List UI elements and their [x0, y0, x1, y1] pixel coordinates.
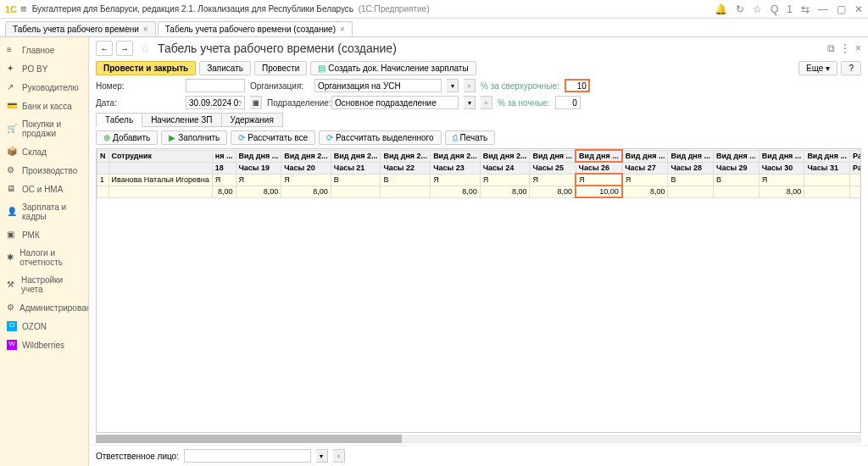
cell[interactable]: Я — [622, 174, 668, 186]
col-header[interactable]: Вид дня 2... — [480, 150, 530, 162]
cell[interactable]: В — [668, 174, 714, 186]
save-close-button[interactable]: Провести и закрыть — [96, 61, 196, 75]
history-icon[interactable]: ↻ — [736, 3, 744, 15]
subtab-accrual[interactable]: Начисление ЗП — [142, 113, 221, 127]
create-doc-button[interactable]: ▤Создать док. Начисление зарплаты — [310, 61, 476, 75]
sidebar-item-assets[interactable]: 🖥ОС и НМА — [0, 180, 88, 198]
col-header[interactable]: Вид дня 2... — [431, 150, 481, 162]
sidebar-item-roby[interactable]: ✦РО BY — [0, 59, 88, 78]
tab-close-icon[interactable]: × — [340, 25, 345, 34]
cell[interactable]: В — [331, 174, 381, 186]
user-icon[interactable]: 1 — [787, 3, 793, 15]
resp-dropdown-icon[interactable]: ▾ — [316, 449, 328, 463]
forward-button[interactable]: → — [116, 41, 133, 56]
more-button[interactable]: Еще ▾ — [798, 61, 837, 75]
post-button[interactable]: Провести — [254, 61, 307, 75]
col-subheader[interactable]: Часы 19 — [236, 162, 281, 174]
org-input[interactable] — [314, 79, 442, 92]
cell[interactable]: 8,00 — [622, 186, 668, 197]
cell[interactable]: В — [714, 174, 760, 186]
col-subheader[interactable]: Часы 20 — [281, 162, 331, 174]
col-subheader[interactable]: Рабочих часов — [850, 162, 861, 174]
cell[interactable]: Я — [212, 174, 236, 186]
subtab-table[interactable]: Табель — [96, 113, 142, 127]
calendar-icon[interactable]: ▦ — [250, 96, 262, 109]
col-header[interactable]: Вид дня 2... — [281, 150, 331, 162]
sidebar-item-wb[interactable]: WWildberries — [0, 336, 88, 354]
col-header[interactable]: Вид дня ... — [759, 150, 804, 162]
cell[interactable]: Я — [281, 174, 331, 186]
number-input[interactable] — [186, 79, 245, 92]
bell-icon[interactable]: 🔔 — [715, 3, 727, 15]
cell[interactable]: Иванова Наталья Игоревна — [108, 174, 212, 186]
col-subheader[interactable] — [108, 162, 212, 174]
cell[interactable]: 1 — [97, 174, 109, 186]
col-subheader[interactable]: Часы 31 — [804, 162, 850, 174]
cell[interactable]: 8,00 — [530, 186, 576, 197]
sidebar-item-rmk[interactable]: ▣РМК — [0, 225, 88, 244]
link-icon[interactable]: ⧉ — [827, 42, 835, 54]
cell[interactable]: Я — [576, 174, 622, 186]
cell[interactable]: 8,00 — [431, 186, 481, 197]
col-header[interactable]: Вид дня ... — [576, 150, 622, 162]
tab-1[interactable]: Табель учета рабочего времени (создание)… — [158, 21, 353, 36]
col-header[interactable]: Вид дня ... — [236, 150, 281, 162]
col-header[interactable]: ня ... — [212, 150, 236, 162]
sidebar-item-tax[interactable]: ✱Налоги и отчетность — [0, 244, 88, 271]
col-header[interactable]: Вид дня 2... — [381, 150, 431, 162]
cell[interactable]: Я — [759, 174, 804, 186]
col-header[interactable]: Вид дня ... — [530, 150, 576, 162]
sidebar-item-main[interactable]: ≡Главное — [0, 41, 88, 59]
responsible-input[interactable] — [184, 449, 311, 463]
sidebar-item-ozon[interactable]: OOZON — [0, 317, 88, 336]
pct-night-input[interactable] — [555, 96, 581, 109]
col-header[interactable]: Вид дня ... — [622, 150, 668, 162]
print-button[interactable]: ⎙Печать — [445, 130, 496, 145]
col-header[interactable]: Рабочих дней — [850, 150, 861, 162]
back-button[interactable]: ← — [96, 41, 113, 56]
cell[interactable] — [381, 186, 431, 197]
cell[interactable] — [804, 186, 850, 197]
col-subheader[interactable]: Часы 23 — [431, 162, 481, 174]
cell[interactable] — [668, 186, 714, 197]
cell[interactable]: Я — [480, 174, 530, 186]
add-button[interactable]: ⊕Добавить — [96, 130, 158, 145]
org-open-icon[interactable]: ▫ — [464, 79, 476, 92]
col-subheader[interactable]: Часы 30 — [759, 162, 804, 174]
col-header[interactable]: Вид дня 2... — [331, 150, 381, 162]
sidebar-item-sales[interactable]: 🛒Покупки и продажи — [0, 115, 88, 142]
cell[interactable]: 21,00 — [850, 174, 861, 186]
calc-all-button[interactable]: ⟳Рассчитать все — [231, 130, 315, 145]
col-header[interactable]: Вид дня ... — [668, 150, 714, 162]
cell[interactable] — [108, 186, 212, 197]
sidebar-item-production[interactable]: ⚙Производство — [0, 161, 88, 180]
col-subheader[interactable]: Часы 29 — [714, 162, 760, 174]
minimize-icon[interactable]: — — [818, 3, 828, 15]
fill-button[interactable]: ▶Заполнить — [161, 130, 227, 145]
help-button[interactable]: ? — [841, 61, 861, 75]
col-header[interactable]: N — [97, 150, 109, 162]
sidebar-item-settings[interactable]: ⚒Настройки учета — [0, 271, 88, 298]
col-subheader[interactable]: Часы 26 — [576, 162, 622, 174]
close-icon[interactable]: ✕ — [854, 3, 863, 15]
col-subheader[interactable]: 18 — [212, 162, 236, 174]
calc-sel-button[interactable]: ⟳Рассчитать выделенного — [319, 130, 442, 145]
col-header[interactable]: Вид дня ... — [714, 150, 760, 162]
dep-dropdown-icon[interactable]: ▾ — [464, 96, 476, 109]
col-header[interactable]: Вид дня ... — [804, 150, 850, 162]
col-subheader[interactable]: Часы 22 — [381, 162, 431, 174]
menu-icon[interactable]: ≡ — [20, 3, 27, 15]
dep-open-icon[interactable]: ▫ — [481, 96, 492, 109]
cell[interactable]: 8,00 — [236, 186, 281, 197]
menu-dots-icon[interactable]: ⋮ — [840, 42, 850, 54]
col-subheader[interactable] — [97, 162, 109, 174]
data-table[interactable]: NСотрудникня ...Вид дня ...Вид дня 2...В… — [96, 148, 861, 433]
col-header[interactable]: Сотрудник — [108, 150, 212, 162]
pct-over-input[interactable] — [565, 79, 590, 92]
cell[interactable]: Я — [236, 174, 281, 186]
cell[interactable]: Я — [530, 174, 576, 186]
col-subheader[interactable]: Часы 28 — [668, 162, 714, 174]
cell[interactable]: 8,00 — [480, 186, 530, 197]
col-subheader[interactable]: Часы 24 — [480, 162, 530, 174]
cell[interactable]: 170,00 — [850, 186, 861, 197]
